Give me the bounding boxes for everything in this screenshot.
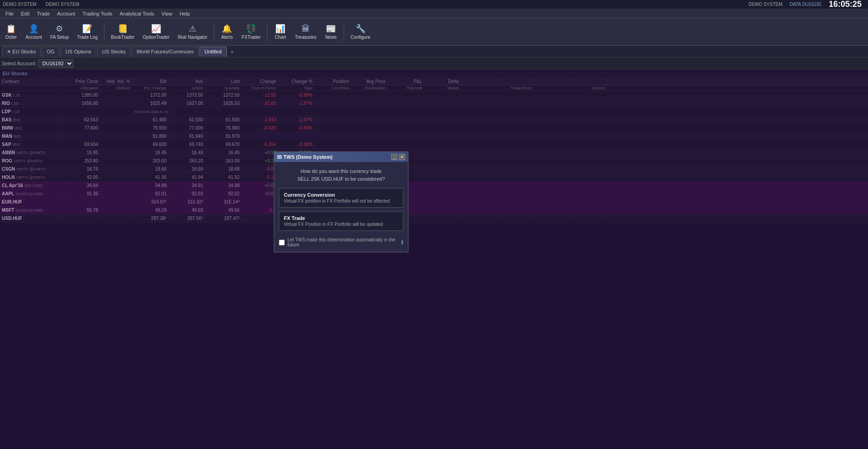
menu-trade[interactable]: Trade bbox=[33, 10, 53, 17]
dialog-minimize-button[interactable]: _ bbox=[391, 154, 397, 160]
cell-e1 bbox=[461, 185, 497, 186]
cell-e3 bbox=[534, 169, 570, 170]
menu-view[interactable]: View bbox=[158, 10, 176, 17]
cell-delta bbox=[424, 111, 461, 112]
cell-position bbox=[315, 95, 351, 96]
dialog-option-fx-trade[interactable]: FX Trade Virtual FX Position in FX Portf… bbox=[279, 211, 403, 231]
table-row[interactable]: CL Apr'16 @NYMEX 34.84 34.88 34.91 34.88… bbox=[0, 182, 868, 190]
cell-delta bbox=[424, 128, 461, 129]
account-select[interactable]: DU16192 bbox=[38, 59, 73, 68]
table-row[interactable]: RIO LSE 1656.80 1625.49 1627.00 1625.50 … bbox=[0, 99, 868, 108]
cell-bid: 263.00 bbox=[132, 158, 169, 164]
tab-us-options[interactable]: US Options bbox=[61, 47, 96, 57]
toolbar-treasuries[interactable]: 🏛 Treasuries bbox=[292, 22, 319, 42]
toolbar-order[interactable]: 📋 Order bbox=[2, 22, 20, 42]
toolbar-alerts[interactable]: 🔔 Alerts bbox=[218, 22, 236, 42]
cell-ask: 77.000 bbox=[169, 125, 205, 131]
news-icon: 📰 bbox=[326, 24, 336, 34]
cell-e3 bbox=[534, 185, 570, 186]
sub-type: Time in Force bbox=[242, 85, 278, 91]
table-row[interactable]: ABBN VIRTX @VIRTX 15.95 16.45 16.48 16.4… bbox=[0, 149, 868, 157]
toolbar-sep-2 bbox=[214, 23, 214, 41]
tab-us-stocks[interactable]: US Stocks bbox=[97, 47, 131, 57]
menu-account[interactable]: Account bbox=[53, 10, 79, 17]
cell-change: -12.50 bbox=[242, 92, 278, 98]
toolbar-risk-navigator[interactable]: ⚠ Risk Navigator bbox=[175, 22, 210, 42]
menu-bar: File Edit Trade Account Trading Tools An… bbox=[0, 9, 868, 18]
info-icon[interactable]: ℹ bbox=[401, 239, 403, 245]
table-row[interactable]: SAP IBIS 69.934 69.600 69.740 69.670 -0.… bbox=[0, 141, 868, 149]
cell-e2 bbox=[497, 161, 534, 162]
toolbar-chart[interactable]: 📊 Chart bbox=[271, 22, 289, 42]
table-row[interactable]: BMW IBIS 77.600 76.930 77.000 76.980 -0.… bbox=[0, 124, 868, 132]
demo-system-center: DEMO SYSTEM bbox=[46, 2, 79, 7]
table-row[interactable]: MSFT NASDAQ.NMS 50.78 49.29 49.60 49.56 … bbox=[0, 206, 868, 214]
cell-e4 bbox=[570, 95, 607, 96]
table-row[interactable]: GSK LSE 1385.00 1372.00 1373.50 1372.50 … bbox=[0, 91, 868, 99]
toolbar-fx-trader[interactable]: 💱 FXTrader bbox=[239, 22, 263, 42]
cell-change-pct bbox=[278, 136, 315, 137]
col-change: Change bbox=[242, 78, 278, 85]
menu-edit[interactable]: Edit bbox=[17, 10, 33, 17]
cell-last: 1625.50 bbox=[205, 100, 242, 106]
demo-system-right: DEMO SYSTEM bbox=[748, 2, 782, 7]
cell-prior-close: 1656.80 bbox=[64, 100, 100, 106]
cell-e4 bbox=[570, 152, 607, 153]
scrollable-area[interactable]: GSK LSE 1385.00 1372.00 1373.50 1372.50 … bbox=[0, 91, 868, 449]
cell-position bbox=[315, 128, 351, 129]
toolbar-fa-setup[interactable]: ⚙ FA Setup bbox=[47, 22, 72, 42]
table-row[interactable]: AAPL NASDAQ.NMS 91.36 92.01 92.03 92.02 … bbox=[0, 190, 868, 198]
toolbar-trade-log[interactable]: 📝 Trade Log bbox=[74, 22, 100, 42]
cell-ticker: BAS IBIS bbox=[0, 117, 64, 123]
dialog-close-button[interactable]: ✕ bbox=[399, 154, 405, 160]
cell-last: 91.970 bbox=[205, 133, 242, 139]
dialog-option-currency-conversion[interactable]: Currency Conversion Virtual FX position … bbox=[279, 188, 403, 208]
cell-position bbox=[315, 111, 351, 112]
cell-pnl bbox=[388, 111, 424, 112]
table-row[interactable]: LDP LSE Fictional data is not available bbox=[0, 108, 868, 116]
table-row[interactable]: ROG VIRTX @VIRTX 253.80 263.00 263.20 26… bbox=[0, 157, 868, 165]
cell-prior-close: 15.95 bbox=[64, 150, 100, 156]
menu-analytical-tools[interactable]: Analytical Tools bbox=[116, 10, 158, 17]
cell-last: 41.92 bbox=[205, 174, 242, 180]
cell-last bbox=[205, 111, 242, 112]
cell-e1 bbox=[461, 177, 497, 178]
table-row[interactable]: MAN IBIS 91.880 91.940 91.970 bbox=[0, 132, 868, 141]
table-row[interactable]: USD.HUF 287.38¹ 287.56⁵ 287.47³ bbox=[0, 214, 868, 223]
order-icon: 📋 bbox=[6, 24, 16, 34]
cell-ask: 315.32³ bbox=[169, 199, 205, 205]
sub-cancel: Cancel bbox=[570, 85, 607, 91]
toolbar-book-trader[interactable]: 📒 BookTrader bbox=[108, 22, 137, 42]
table-row[interactable]: HOLN VIRTX @VIRTX 42.05 41.90 41.94 41.9… bbox=[0, 173, 868, 182]
cell-delta bbox=[424, 177, 461, 178]
toolbar-account[interactable]: 👤 Account bbox=[23, 22, 45, 42]
cell-hist-vol bbox=[100, 185, 132, 186]
tab-untitled[interactable]: Untitled bbox=[199, 47, 226, 57]
toolbar-configure[interactable]: 🔧 Configure bbox=[348, 22, 373, 42]
menu-file[interactable]: File bbox=[2, 10, 17, 17]
cell-e4 bbox=[570, 103, 607, 104]
cell-bid: Fictional data is not available bbox=[132, 109, 169, 115]
toolbar-option-trader[interactable]: 📈 OptionTrader bbox=[140, 22, 173, 42]
dialog-question-line2: SELL 25K USD.HUF to be considered? bbox=[279, 175, 403, 183]
cell-prior-close bbox=[64, 136, 100, 137]
table-row[interactable]: BAS IBIS 62.543 61.480 61.530 61.500 -1.… bbox=[0, 116, 868, 124]
cell-last: 61.500 bbox=[205, 117, 242, 123]
tab-eu-stocks[interactable]: ✕ EU Stocks bbox=[2, 47, 41, 57]
table-row[interactable]: EUR.HUF 314.97³ 315.32³ 315.14⁸ bbox=[0, 198, 868, 206]
cell-e4 bbox=[570, 218, 607, 219]
menu-help[interactable]: Help bbox=[176, 10, 194, 17]
menu-trading-tools[interactable]: Trading Tools bbox=[79, 10, 116, 17]
cell-position bbox=[315, 144, 351, 145]
col-prior-close: Prior Close bbox=[64, 78, 100, 85]
cell-ask: 61.530 bbox=[169, 117, 205, 123]
toolbar-news[interactable]: 📰 News bbox=[322, 22, 340, 42]
table-row[interactable]: CSGN VIRTX @VIRTX 18.76 18.66 18.69 18.6… bbox=[0, 165, 868, 173]
dialog-question: How do you want this currency trade SELL… bbox=[279, 167, 403, 183]
tab-add-button[interactable]: + bbox=[228, 47, 237, 56]
cell-prior-close: 69.934 bbox=[64, 141, 100, 147]
cell-last: 76.980 bbox=[205, 125, 242, 131]
tab-world-futures[interactable]: World Futures/Currencies bbox=[131, 47, 199, 57]
dialog-auto-checkbox[interactable] bbox=[279, 240, 285, 245]
tab-og[interactable]: OG bbox=[42, 47, 59, 57]
